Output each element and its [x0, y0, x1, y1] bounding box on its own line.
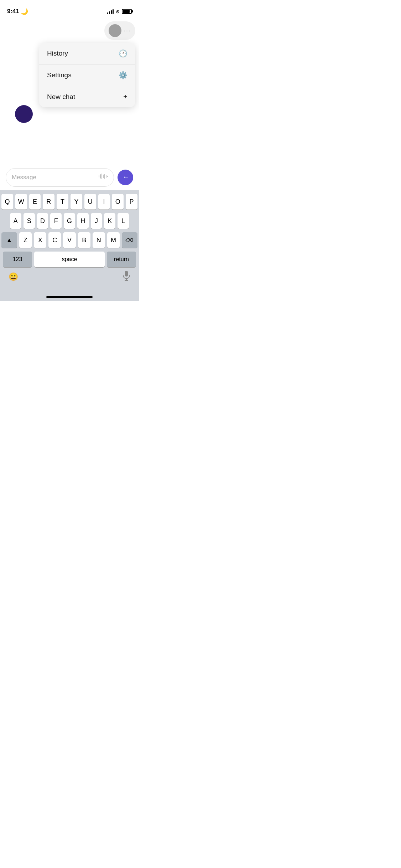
key-a[interactable]: A	[10, 213, 21, 229]
svg-rect-1	[100, 174, 101, 179]
keyboard: Q W E R T Y U I O P A S D F G H J K L ▲	[0, 190, 139, 301]
status-icons: ⊗	[107, 9, 132, 14]
svg-rect-7	[125, 271, 128, 277]
key-z[interactable]: Z	[19, 232, 32, 248]
message-input[interactable]	[12, 174, 95, 181]
time-label: 9:41	[7, 8, 19, 15]
key-x[interactable]: X	[34, 232, 46, 248]
key-p[interactable]: P	[126, 194, 137, 210]
key-s[interactable]: S	[24, 213, 35, 229]
emoji-key[interactable]: 😀	[9, 272, 18, 281]
key-w[interactable]: W	[15, 194, 27, 210]
new-chat-label: New chat	[47, 93, 75, 101]
return-key[interactable]: return	[107, 252, 136, 267]
input-area: ↑	[0, 165, 139, 190]
moon-icon: 🌙	[21, 8, 28, 15]
key-f[interactable]: F	[50, 213, 62, 229]
svg-rect-4	[104, 174, 105, 179]
history-icon: 🕐	[119, 49, 127, 58]
message-input-wrapper	[6, 168, 114, 187]
svg-rect-0	[99, 175, 99, 177]
key-c[interactable]: C	[48, 232, 61, 248]
plus-icon: +	[123, 93, 127, 101]
dropdown-menu: History 🕐 Settings ⚙️ New chat +	[39, 43, 135, 107]
key-e[interactable]: E	[29, 194, 41, 210]
backspace-key[interactable]: ⌫	[122, 232, 137, 248]
key-d[interactable]: D	[37, 213, 48, 229]
gear-icon: ⚙️	[119, 71, 127, 79]
svg-rect-2	[101, 174, 102, 179]
keyboard-row-2: A S D F G H J K L	[1, 213, 137, 229]
keyboard-row-1: Q W E R T Y U I O P	[1, 194, 137, 210]
key-t[interactable]: T	[57, 194, 68, 210]
status-time: 9:41 🌙	[7, 8, 28, 15]
menu-item-history[interactable]: History 🕐	[39, 43, 135, 64]
space-key[interactable]: space	[34, 252, 105, 267]
svg-rect-3	[103, 175, 104, 178]
key-i[interactable]: I	[98, 194, 110, 210]
key-j[interactable]: J	[91, 213, 102, 229]
wifi-icon: ⊗	[116, 9, 120, 14]
key-v[interactable]: V	[63, 232, 75, 248]
keyboard-row-3: ▲ Z X C V B N M ⌫	[1, 232, 137, 248]
send-arrow-icon: ↑	[121, 175, 130, 179]
key-u[interactable]: U	[84, 194, 96, 210]
settings-label: Settings	[47, 71, 72, 79]
waveform-icon	[99, 173, 108, 182]
history-label: History	[47, 50, 68, 57]
menu-item-settings[interactable]: Settings ⚙️	[39, 64, 135, 86]
send-button[interactable]: ↑	[118, 170, 133, 185]
menu-item-new-chat[interactable]: New chat +	[39, 86, 135, 107]
key-k[interactable]: K	[104, 213, 115, 229]
key-y[interactable]: Y	[71, 194, 82, 210]
avatar-button[interactable]: ···	[104, 21, 135, 40]
menu-container: ··· History 🕐 Settings ⚙️ New chat +	[39, 21, 135, 107]
key-b[interactable]: B	[78, 232, 90, 248]
key-l[interactable]: L	[118, 213, 129, 229]
number-key[interactable]: 123	[3, 252, 32, 267]
dots-icon: ···	[124, 27, 131, 35]
dark-circle-button[interactable]	[15, 105, 33, 123]
keyboard-row-4: 123 space return	[1, 252, 137, 267]
svg-rect-5	[106, 175, 106, 178]
key-r[interactable]: R	[43, 194, 54, 210]
svg-rect-6	[107, 176, 108, 177]
key-o[interactable]: O	[112, 194, 124, 210]
signal-icon	[107, 9, 114, 14]
avatar-circle	[109, 24, 121, 37]
key-q[interactable]: Q	[1, 194, 13, 210]
key-m[interactable]: M	[107, 232, 120, 248]
microphone-key[interactable]	[123, 271, 130, 283]
key-n[interactable]: N	[93, 232, 105, 248]
keyboard-emoji-bar: 😀	[0, 269, 139, 286]
home-indicator	[46, 296, 93, 298]
key-g[interactable]: G	[64, 213, 75, 229]
shift-key[interactable]: ▲	[1, 232, 17, 248]
battery-icon	[122, 9, 132, 14]
status-bar: 9:41 🌙 ⊗	[0, 0, 139, 18]
key-h[interactable]: H	[77, 213, 89, 229]
